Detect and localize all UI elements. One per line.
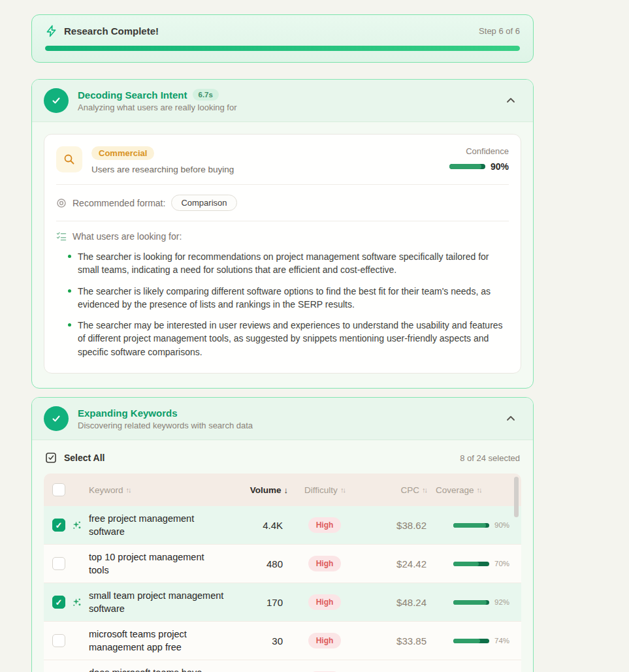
row-checkbox[interactable]: [52, 596, 65, 609]
looking-for-list: The searcher is looking for recommendati…: [56, 250, 509, 359]
checklist-icon: [56, 231, 67, 242]
intent-card-title: Decoding Search Intent: [78, 89, 187, 101]
volume-value: 480: [232, 558, 288, 569]
looking-for-item: The searcher is likely comparing differe…: [68, 285, 509, 312]
keywords-card-subtitle: Discovering related keywords with search…: [78, 421, 253, 430]
coverage-bar-fill: [453, 523, 486, 528]
volume-value: 4.4K: [232, 520, 288, 531]
coverage-percent: 70%: [494, 560, 513, 568]
ai-sparkle-icon: [72, 520, 89, 530]
bolt-icon: [45, 25, 57, 37]
collapse-intent-button[interactable]: [503, 93, 519, 108]
coverage-bar: [453, 639, 489, 643]
keywords-card-header[interactable]: Expanding Keywords Discovering related k…: [32, 398, 533, 440]
keyword-text: small team project management software: [89, 589, 232, 615]
recommended-format-label: Recommended format:: [73, 198, 165, 208]
column-header-coverage[interactable]: Coverage↑↓: [427, 485, 513, 495]
keyword-text: microsoft teams project management app f…: [89, 628, 232, 654]
cpc-value: $24.42: [361, 558, 427, 569]
column-header-cpc[interactable]: CPC↑↓: [361, 485, 427, 495]
keyword-table-row[interactable]: microsoft teams project management app f…: [44, 622, 521, 660]
looking-for-item: The searcher is looking for recommendati…: [68, 250, 509, 277]
keyword-text: top 10 project management tools: [89, 551, 232, 577]
search-icon: [63, 153, 76, 166]
ai-sparkle-icon: [72, 598, 89, 607]
row-checkbox[interactable]: [52, 557, 65, 570]
coverage-percent: 92%: [494, 598, 513, 606]
column-header-volume[interactable]: Volume↓: [232, 485, 288, 495]
chevron-up-icon: [506, 413, 516, 424]
keyword-table: Keyword↑↓ Volume↓ Difficulty↑↓ CPC↑↓ Cov…: [44, 473, 521, 672]
coverage-percent: 74%: [494, 637, 513, 645]
sort-icon: ↑↓: [422, 486, 427, 494]
column-header-keyword[interactable]: Keyword↑↓: [89, 485, 232, 495]
progress-bar: [45, 46, 520, 51]
confidence-value: 90%: [491, 161, 509, 172]
bullet-dot: [68, 289, 71, 293]
difficulty-badge: High: [308, 517, 342, 533]
intent-type-badge: Commercial: [91, 146, 154, 160]
volume-value: 30: [232, 635, 288, 647]
keyword-text: does microsoft teams have project manage…: [89, 666, 232, 672]
intent-card-header[interactable]: Decoding Search Intent 6.7s Analyzing wh…: [32, 80, 533, 122]
search-intent-icon-box: [56, 146, 82, 172]
keyword-table-row[interactable]: small team project management software 1…: [44, 583, 521, 622]
bullet-dot: [68, 255, 71, 258]
coverage-bar: [453, 562, 489, 566]
collapse-keywords-button[interactable]: [503, 411, 519, 426]
keyword-table-body: free project management software 4.4K Hi…: [44, 506, 521, 672]
looking-for-heading: What users are looking for:: [73, 231, 182, 242]
intent-card-subtitle: Analyzing what users are really looking …: [78, 103, 237, 112]
coverage-bar-fill: [453, 600, 487, 605]
coverage-bar-fill: [453, 639, 480, 643]
confidence-label: Confidence: [449, 146, 509, 156]
step-complete-icon: [44, 406, 69, 431]
keyword-table-header: Keyword↑↓ Volume↓ Difficulty↑↓ CPC↑↓ Cov…: [44, 473, 521, 506]
keyword-table-row[interactable]: top 10 project management tools 480 High…: [44, 545, 521, 583]
intent-description: Users are researching before buying: [91, 165, 234, 174]
sort-icon: ↑↓: [340, 486, 345, 494]
confidence-bar-fill: [449, 164, 482, 169]
step-indicator: Step 6 of 6: [479, 26, 520, 36]
coverage-bar-fill: [453, 562, 479, 566]
intent-step-card: Decoding Search Intent 6.7s Analyzing wh…: [31, 79, 534, 389]
confidence-bar: [449, 164, 485, 169]
select-all-label: Select All: [64, 453, 105, 463]
keywords-card-title: Expanding Keywords: [78, 408, 178, 419]
difficulty-badge: High: [308, 633, 342, 648]
keyword-table-row[interactable]: does microsoft teams have project manage…: [44, 660, 521, 672]
row-checkbox[interactable]: [52, 634, 65, 647]
research-page: Research Complete! Step 6 of 6 Decoding …: [31, 0, 534, 672]
difficulty-badge: High: [308, 556, 342, 571]
sort-icon: ↑↓: [477, 486, 481, 494]
research-complete-banner: Research Complete! Step 6 of 6: [31, 14, 534, 63]
sort-icon: ↑↓: [126, 486, 131, 494]
coverage-bar: [453, 600, 489, 605]
select-all-checkbox-icon: [45, 452, 57, 464]
divider: [56, 221, 509, 221]
table-scrollbar-thumb[interactable]: [514, 477, 519, 517]
intent-analysis-panel: Commercial Users are researching before …: [44, 134, 521, 374]
chevron-up-icon: [506, 95, 516, 106]
keywords-step-card: Expanding Keywords Discovering related k…: [31, 397, 534, 672]
header-checkbox[interactable]: [52, 483, 65, 496]
row-checkbox[interactable]: [52, 519, 65, 532]
column-header-difficulty[interactable]: Difficulty↑↓: [288, 485, 361, 495]
target-icon: [56, 198, 67, 208]
selected-summary: 8 of 24 selected: [460, 453, 520, 463]
duration-badge: 6.7s: [193, 89, 219, 101]
banner-title: Research Complete!: [64, 25, 159, 37]
looking-for-item: The searcher may be interested in user r…: [68, 319, 509, 359]
difficulty-badge: High: [308, 594, 342, 610]
cpc-value: $48.24: [361, 597, 427, 608]
recommended-format-value: Comparison: [171, 195, 236, 211]
volume-value: 170: [232, 597, 288, 608]
divider: [56, 184, 509, 185]
keyword-text: free project management software: [89, 512, 232, 538]
select-all-button[interactable]: Select All: [45, 452, 105, 464]
cpc-value: $38.62: [361, 520, 427, 531]
keyword-table-row[interactable]: free project management software 4.4K Hi…: [44, 506, 521, 545]
step-complete-icon: [44, 88, 69, 113]
bullet-dot: [68, 323, 71, 327]
progress-bar-fill: [45, 46, 520, 51]
